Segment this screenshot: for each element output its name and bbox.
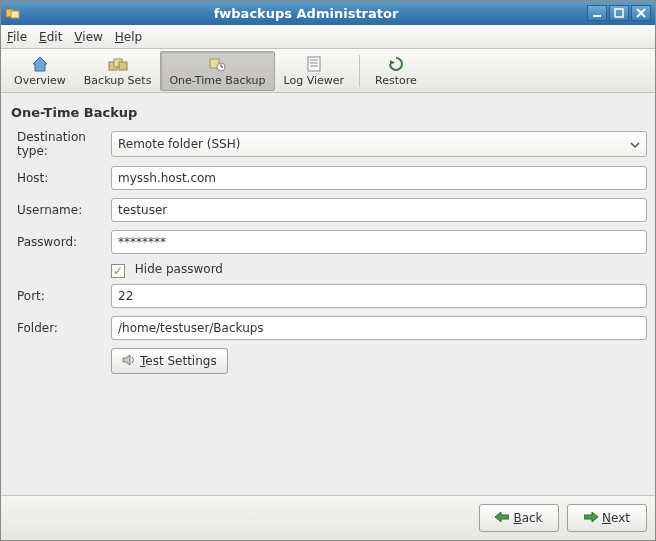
menu-edit[interactable]: Edit: [39, 30, 62, 44]
toolbar-label: Restore: [375, 74, 417, 87]
port-label: Port:: [9, 289, 111, 303]
svg-marker-18: [390, 60, 395, 65]
menu-help[interactable]: Help: [115, 30, 142, 44]
chevron-down-icon: [630, 139, 640, 150]
username-input[interactable]: testuser: [111, 198, 647, 222]
svg-rect-14: [308, 57, 320, 71]
toolbar-log-viewer[interactable]: Log Viewer: [275, 51, 354, 91]
page-heading: One-Time Backup: [11, 105, 647, 120]
close-button[interactable]: [631, 5, 651, 21]
maximize-button[interactable]: [609, 5, 629, 21]
toolbar-one-time-backup[interactable]: One-Time Backup: [160, 51, 274, 91]
destination-type-label: Destination type:: [9, 130, 111, 158]
arrow-right-icon: [584, 511, 598, 525]
toolbar-overview[interactable]: Overview: [5, 51, 75, 91]
log-icon: [307, 55, 321, 73]
svg-rect-3: [615, 9, 623, 17]
svg-marker-19: [123, 355, 130, 365]
window-title: fwbackups Administrator: [27, 6, 585, 21]
content-area: One-Time Backup Destination type: Remote…: [1, 93, 655, 495]
folder-label: Folder:: [9, 321, 111, 335]
toolbar-label: Overview: [14, 74, 66, 87]
hide-password-checkbox[interactable]: [111, 264, 125, 278]
toolbar-restore[interactable]: Restore: [366, 51, 426, 91]
folder-input[interactable]: /home/testuser/Backups: [111, 316, 647, 340]
port-input[interactable]: 22: [111, 284, 647, 308]
hide-password-label: Hide password: [135, 262, 223, 276]
svg-marker-20: [495, 512, 509, 522]
password-label: Password:: [9, 235, 111, 249]
svg-marker-21: [584, 512, 598, 522]
test-settings-button[interactable]: Test Settings: [111, 348, 228, 374]
toolbar-label: Backup Sets: [84, 74, 152, 87]
toolbar-separator: [359, 55, 360, 87]
speaker-icon: [122, 354, 136, 369]
password-input[interactable]: ********: [111, 230, 647, 254]
test-settings-label: est Settings: [145, 354, 216, 368]
destination-type-combo[interactable]: Remote folder (SSH): [111, 131, 647, 157]
toolbar: Overview Backup Sets One-Ti: [1, 49, 655, 93]
wizard-nav: Back Next: [1, 495, 655, 540]
svg-rect-9: [119, 62, 127, 70]
host-label: Host:: [9, 171, 111, 185]
toolbar-label: One-Time Backup: [169, 74, 265, 87]
menubar: File Edit View Help: [1, 25, 655, 49]
titlebar: fwbackups Administrator: [1, 1, 655, 25]
menu-file[interactable]: File: [7, 30, 27, 44]
one-time-backup-icon: [208, 55, 226, 73]
sets-icon: [108, 55, 128, 73]
app-icon: [5, 5, 21, 21]
next-button[interactable]: Next: [567, 504, 647, 532]
svg-marker-6: [33, 57, 47, 71]
svg-rect-1: [11, 11, 19, 18]
back-button[interactable]: Back: [479, 504, 559, 532]
toolbar-label: Log Viewer: [284, 74, 345, 87]
arrow-left-icon: [495, 511, 509, 525]
host-input[interactable]: myssh.host.com: [111, 166, 647, 190]
minimize-button[interactable]: [587, 5, 607, 21]
toolbar-backup-sets[interactable]: Backup Sets: [75, 51, 161, 91]
home-icon: [31, 55, 49, 73]
restore-icon: [387, 55, 405, 73]
menu-view[interactable]: View: [74, 30, 102, 44]
username-label: Username:: [9, 203, 111, 217]
destination-type-value: Remote folder (SSH): [118, 137, 240, 151]
